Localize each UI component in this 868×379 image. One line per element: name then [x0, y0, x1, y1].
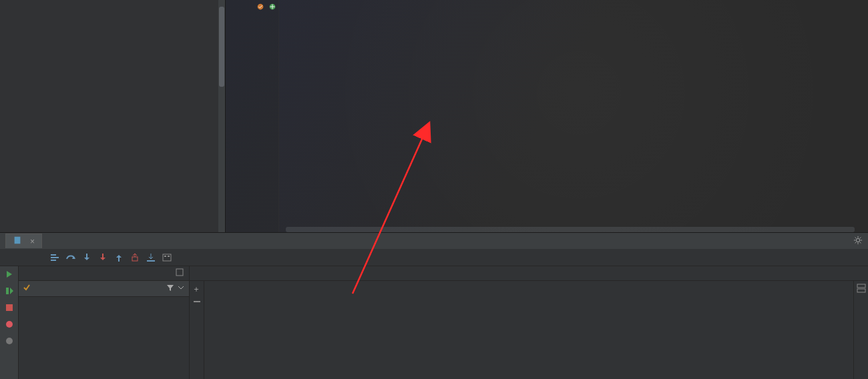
- svg-rect-18: [857, 284, 865, 288]
- svg-point-3: [856, 238, 859, 242]
- editor-gutter[interactable]: [226, 0, 279, 232]
- svg-rect-17: [194, 301, 200, 302]
- debug-panel: ×: [0, 232, 868, 379]
- frames-restore-icon[interactable]: [176, 268, 184, 278]
- frames-panel: [19, 266, 190, 379]
- step-over-icon[interactable]: [63, 250, 79, 265]
- resume-icon[interactable]: [4, 286, 15, 298]
- new-watch-icon[interactable]: ＋: [192, 284, 202, 293]
- override-icon[interactable]: [256, 1, 265, 16]
- view-breakpoints-icon[interactable]: [4, 319, 15, 332]
- implements-icon[interactable]: [268, 1, 277, 16]
- debug-toolbar: [0, 249, 868, 266]
- svg-rect-8: [147, 260, 155, 262]
- code-area[interactable]: [279, 0, 868, 232]
- variables-header: [190, 266, 868, 281]
- debug-tab-poc[interactable]: ×: [5, 234, 42, 248]
- project-tree[interactable]: [0, 0, 226, 232]
- rerun-icon[interactable]: [4, 269, 15, 282]
- svg-rect-9: [163, 254, 171, 261]
- frames-list[interactable]: [19, 297, 189, 379]
- svg-rect-12: [6, 288, 9, 294]
- debug-tab-bar: ×: [0, 233, 868, 249]
- step-into-icon[interactable]: [79, 250, 95, 265]
- svg-rect-5: [51, 254, 56, 256]
- sidebar-scrollbar[interactable]: [218, 0, 225, 232]
- svg-rect-7: [132, 257, 138, 261]
- code-editor[interactable]: [226, 0, 868, 232]
- force-step-into-icon[interactable]: [95, 250, 111, 265]
- run-to-cursor-icon[interactable]: [143, 250, 159, 265]
- svg-point-0: [258, 4, 264, 10]
- svg-rect-6: [51, 260, 56, 261]
- remove-watch-icon[interactable]: [192, 297, 202, 308]
- chevron-down-icon[interactable]: [177, 284, 185, 294]
- file-icon: [13, 236, 22, 247]
- svg-rect-11: [168, 256, 170, 257]
- variables-panel: ＋: [190, 266, 868, 379]
- drop-frame-icon[interactable]: [127, 250, 143, 265]
- check-icon: [23, 284, 31, 294]
- svg-rect-16: [176, 269, 183, 276]
- mute-breakpoints-icon[interactable]: [4, 336, 15, 348]
- stop-icon[interactable]: [4, 302, 15, 315]
- close-icon[interactable]: ×: [30, 237, 35, 246]
- svg-rect-2: [15, 237, 21, 244]
- debug-side-buttons: [0, 266, 19, 379]
- evaluate-icon[interactable]: [159, 250, 175, 265]
- svg-point-15: [6, 338, 13, 344]
- svg-rect-4: [51, 257, 59, 258]
- thread-selector[interactable]: [19, 281, 189, 297]
- svg-rect-13: [6, 304, 13, 311]
- gear-icon[interactable]: [853, 236, 863, 247]
- show-exec-point-icon[interactable]: [47, 250, 63, 265]
- step-out-icon[interactable]: [111, 250, 127, 265]
- svg-point-14: [6, 321, 13, 328]
- svg-rect-19: [857, 289, 865, 292]
- layout-icon[interactable]: [857, 284, 866, 295]
- editor-h-scrollbar[interactable]: [286, 227, 855, 232]
- svg-rect-10: [164, 256, 166, 257]
- evaluate-expression-input[interactable]: [204, 282, 868, 297]
- filter-icon[interactable]: [166, 284, 174, 294]
